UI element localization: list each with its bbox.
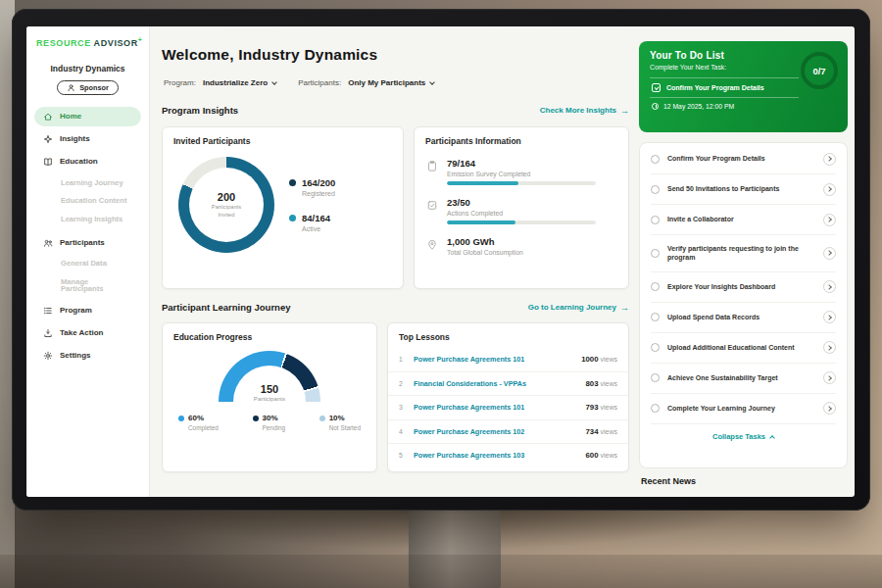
info-value: 79/164 bbox=[447, 158, 596, 169]
info-value: 23/50 bbox=[447, 197, 596, 208]
task-row[interactable]: Invite a Collaborator bbox=[651, 205, 836, 235]
sidebar-item-learning-insights[interactable]: Learning Insights bbox=[34, 211, 141, 227]
participants-information-card: Participants Information 79/164 Emission… bbox=[414, 126, 629, 289]
chevron-down-icon bbox=[271, 79, 277, 85]
chevron-up-icon bbox=[769, 435, 775, 441]
legend-value: 30% bbox=[263, 414, 278, 422]
task-checkbox[interactable] bbox=[651, 313, 660, 321]
arrow-right-icon bbox=[620, 106, 629, 116]
photo-background: RESOURCE ADVISOR+ Industry Dynamics Spon… bbox=[0, 0, 882, 588]
info-row-emission-survey: 79/164 Emission Survey Completed bbox=[415, 158, 628, 185]
task-checkbox[interactable] bbox=[651, 185, 660, 194]
program-select[interactable]: Industrialize Zero bbox=[203, 78, 276, 87]
participants-select[interactable]: Only My Participants bbox=[348, 78, 434, 87]
chevron-right-icon[interactable] bbox=[823, 183, 836, 196]
top-lessons-card: Top Lessons 1 Power Purchase Agreements … bbox=[387, 322, 629, 472]
collapse-tasks-link[interactable]: Collapse Tasks bbox=[651, 424, 836, 447]
chevron-right-icon[interactable] bbox=[823, 247, 836, 260]
gear-icon bbox=[43, 351, 53, 361]
info-value: 1,000 GWh bbox=[447, 236, 523, 247]
sidebar-item-manage-participants[interactable]: Manage Participants bbox=[34, 273, 141, 297]
org-name: Industry Dynamics bbox=[26, 64, 149, 74]
recent-news-heading: Recent News bbox=[641, 476, 696, 486]
task-row[interactable]: Confirm Your Program Details bbox=[651, 144, 836, 174]
task-row[interactable]: Upload Additional Educational Content bbox=[651, 333, 836, 364]
sidebar-item-education-content[interactable]: Education Content bbox=[34, 193, 141, 210]
legend-label: Pending bbox=[263, 424, 285, 431]
dashboard-screen: RESOURCE ADVISOR+ Industry Dynamics Spon… bbox=[26, 26, 855, 497]
brand-plus: + bbox=[138, 36, 143, 43]
chevron-right-icon[interactable] bbox=[823, 341, 836, 354]
education-progress-card: Education Progress 150 Participants 60% … bbox=[162, 322, 377, 472]
task-row[interactable]: Verify participants requesting to join t… bbox=[651, 235, 836, 272]
task-checkbox[interactable] bbox=[651, 216, 660, 224]
task-label: Invite a Collaborator bbox=[667, 215, 815, 224]
sidebar-item-settings[interactable]: Settings bbox=[34, 346, 141, 366]
sidebar-item-label: Participants bbox=[60, 239, 105, 247]
lesson-views: 1000 views bbox=[581, 355, 617, 364]
task-row[interactable]: Upload Spend Data Records bbox=[651, 303, 836, 333]
chevron-right-icon[interactable] bbox=[823, 214, 836, 226]
lesson-link[interactable]: Power Purchase Agreements 103 bbox=[414, 451, 579, 460]
sidebar-item-general-data[interactable]: General Data bbox=[34, 256, 141, 272]
chevron-right-icon[interactable] bbox=[823, 311, 836, 323]
task-checkbox[interactable] bbox=[651, 282, 660, 291]
sidebar: RESOURCE ADVISOR+ Industry Dynamics Spon… bbox=[26, 26, 150, 497]
brand-logo: RESOURCE ADVISOR+ bbox=[26, 26, 149, 48]
info-row-actions: 23/50 Actions Completed bbox=[415, 197, 628, 224]
task-row[interactable]: Send 50 Invitations to Participants bbox=[651, 174, 836, 205]
task-row[interactable]: Complete Your Learning Journey bbox=[651, 394, 836, 424]
sponsor-badge[interactable]: Sponsor bbox=[57, 80, 119, 95]
sidebar-item-home[interactable]: Home bbox=[34, 107, 141, 126]
task-label: Explore Your Insights Dashboard bbox=[667, 282, 815, 292]
arrow-right-icon bbox=[620, 303, 629, 313]
lesson-link[interactable]: Power Purchase Agreements 101 bbox=[414, 355, 574, 364]
sidebar-item-label: Learning Journey bbox=[61, 179, 123, 187]
chevron-right-icon[interactable] bbox=[823, 153, 836, 166]
task-checkbox[interactable] bbox=[651, 249, 660, 258]
chevron-right-icon[interactable] bbox=[823, 371, 836, 384]
sidebar-item-education[interactable]: Education bbox=[34, 152, 141, 172]
legend-label: Not Started bbox=[329, 424, 361, 431]
legend-label: Active bbox=[302, 225, 330, 232]
lesson-row: 5 Power Purchase Agreements 103 600 view… bbox=[388, 443, 628, 467]
task-checkbox[interactable] bbox=[651, 155, 660, 164]
info-label: Total Global Consumption bbox=[447, 249, 523, 256]
task-checkbox[interactable] bbox=[651, 343, 660, 352]
lesson-link[interactable]: Financial Considerations - VPPAs bbox=[414, 379, 579, 388]
task-row[interactable]: Achieve One Sustainability Target bbox=[651, 364, 836, 394]
legend-item-registered: 164/200 Registered bbox=[289, 177, 335, 197]
card-title: Participants Information bbox=[415, 127, 628, 146]
legend-value: 164/200 bbox=[302, 177, 335, 188]
lesson-rank: 4 bbox=[399, 428, 407, 435]
legend-label: Completed bbox=[188, 424, 219, 431]
sidebar-item-take-action[interactable]: Take Action bbox=[34, 323, 141, 343]
go-to-learning-journey-link[interactable]: Go to Learning Journey bbox=[528, 303, 629, 313]
gauge-center: 150 Participants bbox=[219, 383, 320, 402]
chevron-right-icon[interactable] bbox=[823, 280, 836, 293]
sidebar-item-participants[interactable]: Participants bbox=[34, 233, 141, 253]
todo-next-task[interactable]: Confirm Your Program Details bbox=[650, 77, 799, 97]
task-row[interactable]: Explore Your Insights Dashboard bbox=[651, 272, 836, 303]
chevron-right-icon[interactable] bbox=[823, 402, 836, 415]
legend-item-completed: 60% Completed bbox=[178, 414, 219, 431]
legend-dot bbox=[319, 416, 325, 421]
task-checkbox[interactable] bbox=[651, 373, 660, 382]
todo-next-task-label: Confirm Your Program Details bbox=[666, 84, 764, 91]
lesson-link[interactable]: Power Purchase Agreements 101 bbox=[414, 403, 579, 412]
task-checkbox[interactable] bbox=[651, 404, 660, 413]
sidebar-item-insights[interactable]: Insights bbox=[34, 129, 141, 149]
link-label: Go to Learning Journey bbox=[528, 303, 616, 312]
sidebar-item-label: Program bbox=[60, 307, 92, 315]
legend-dot bbox=[178, 416, 184, 421]
lesson-link[interactable]: Power Purchase Agreements 102 bbox=[414, 427, 579, 436]
check-more-insights-link[interactable]: Check More Insights bbox=[540, 106, 629, 116]
learning-journey-heading: Participant Learning Journey bbox=[162, 302, 290, 313]
sidebar-item-program[interactable]: Program bbox=[34, 301, 141, 320]
lesson-rank: 2 bbox=[399, 380, 407, 387]
sidebar-item-learning-journey[interactable]: Learning Journey bbox=[34, 174, 141, 191]
task-list-card: Confirm Your Program Details Send 50 Inv… bbox=[639, 142, 848, 468]
task-label: Verify participants requesting to join t… bbox=[667, 244, 815, 264]
task-label: Achieve One Sustainability Target bbox=[667, 373, 815, 383]
lesson-views: 734 views bbox=[586, 427, 617, 436]
